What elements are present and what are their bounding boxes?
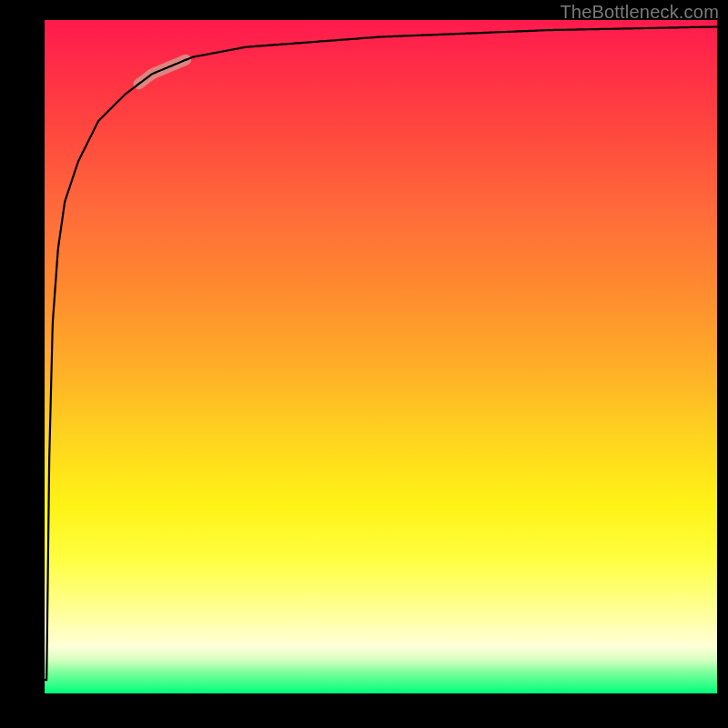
attribution-text: TheBottleneck.com: [560, 2, 719, 23]
chart-plot-area: [45, 20, 717, 693]
